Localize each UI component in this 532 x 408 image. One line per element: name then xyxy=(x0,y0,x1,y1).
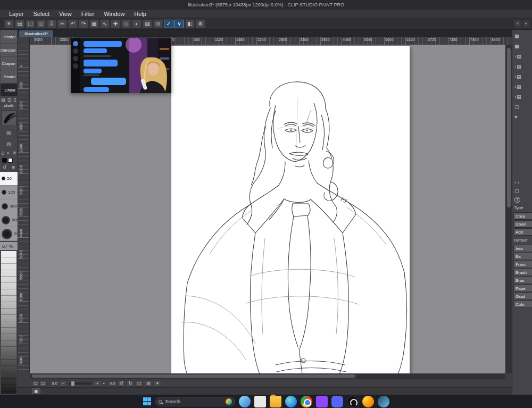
tone-icon[interactable]: ◐ xyxy=(132,20,142,28)
opacity-value[interactable]: 67 % xyxy=(0,242,18,250)
canvas-document[interactable]: F.y xyxy=(171,46,410,373)
nav-icon[interactable]: ↺ xyxy=(118,380,125,387)
twitch-icon[interactable] xyxy=(316,396,328,407)
mini-icon[interactable]: ◐ xyxy=(7,151,10,155)
horizontal-scrollbar-thumb[interactable] xyxy=(32,374,355,378)
material-button[interactable]: Down xyxy=(513,220,532,228)
zoom-in-button[interactable]: + xyxy=(94,380,101,387)
material-button[interactable]: Crea xyxy=(513,212,532,220)
edge-icon[interactable] xyxy=(285,396,297,407)
brush-dial[interactable]: ◎ xyxy=(0,127,18,138)
swatch-icon[interactable]: ▢ xyxy=(514,188,519,194)
mini-icon[interactable]: ⊞ xyxy=(12,151,16,155)
select-rect-icon[interactable]: ▦ xyxy=(89,20,99,28)
material-button[interactable]: Brush xyxy=(513,269,532,276)
shape-icon[interactable]: ◇ xyxy=(121,20,131,28)
sub-tool-item[interactable]: Pastel xyxy=(1,70,17,83)
collapse-panel-icon[interactable]: « xyxy=(522,20,530,28)
palette-icon[interactable]: ▩ xyxy=(512,41,532,51)
discord-icon[interactable] xyxy=(331,396,343,407)
mini-icon[interactable]: ▯ xyxy=(2,151,4,155)
lasso-icon[interactable]: ∿ xyxy=(100,20,110,28)
sub-tool-item[interactable]: Crayon xyxy=(1,57,17,70)
main-color-chip[interactable] xyxy=(2,158,7,163)
menu-item[interactable]: Select xyxy=(29,10,55,18)
palette-icon[interactable]: ›▤ xyxy=(512,71,532,81)
palette-icon[interactable]: ♥ xyxy=(512,112,532,122)
file-explorer-icon[interactable] xyxy=(270,396,281,407)
material-button[interactable]: Colo xyxy=(513,301,532,308)
cut-icon[interactable]: ✂ xyxy=(57,20,67,28)
vertical-scrollbar-thumb[interactable] xyxy=(507,48,511,207)
material-button[interactable]: Ba xyxy=(513,253,532,260)
pager-right-icon[interactable]: › xyxy=(518,180,519,185)
main-menu-icon[interactable]: ≡ xyxy=(4,20,14,28)
sub-tool-item[interactable]: Pastel xyxy=(1,30,17,43)
palette-icon[interactable]: ›▤ xyxy=(512,61,532,71)
copilot-icon[interactable] xyxy=(239,396,251,407)
nav-icon[interactable]: ↻ xyxy=(127,380,134,387)
steam-icon[interactable] xyxy=(378,396,389,407)
palette-dock-icon[interactable]: ▤ xyxy=(15,20,24,28)
material-button[interactable]: Add xyxy=(513,228,532,236)
brush-size-item[interactable]: 300 xyxy=(0,199,18,213)
material-button[interactable]: Brus xyxy=(513,277,532,284)
curve-tool-icon[interactable]: ∨ xyxy=(174,20,184,28)
menu-item[interactable]: Filter xyxy=(77,10,99,18)
brush-size-item[interactable]: 800 xyxy=(0,213,18,227)
sub-color-chip[interactable] xyxy=(8,158,13,163)
palette-icon[interactable]: ›▤ xyxy=(512,81,532,91)
zoom-icon[interactable]: ⊙ xyxy=(153,20,163,28)
material-button[interactable]: Fram xyxy=(513,261,532,268)
move-icon[interactable]: ✚ xyxy=(111,20,120,28)
obs-icon[interactable] xyxy=(347,396,359,407)
gradient-icon[interactable]: ▨ xyxy=(143,20,152,28)
stroke-tool-icon[interactable]: ✓ xyxy=(164,20,173,28)
firefox-icon[interactable] xyxy=(362,396,374,407)
palette-icon[interactable]: ›▤ xyxy=(512,51,532,61)
document-tab[interactable]: Illustration3* xyxy=(19,30,53,37)
undo-icon[interactable]: ↶ xyxy=(68,20,78,28)
brush-size-item[interactable]: 50 xyxy=(0,172,18,186)
zoom-out-button[interactable]: − xyxy=(60,380,67,387)
menu-item[interactable]: Layer xyxy=(4,10,29,18)
chrome-icon[interactable] xyxy=(301,396,312,407)
canvas-area[interactable]: F.y xyxy=(30,45,505,373)
search-box[interactable]: Search xyxy=(155,397,235,406)
mini-icon[interactable]: ⊕ xyxy=(11,165,15,170)
nav-icon[interactable]: ⊞ xyxy=(145,380,152,387)
brush-dial[interactable]: ◎ xyxy=(0,138,18,149)
material-button[interactable]: Grad xyxy=(513,293,532,300)
menu-item[interactable]: View xyxy=(54,10,77,18)
nav-icon[interactable]: ▢ xyxy=(136,380,143,387)
vertical-scrollbar[interactable] xyxy=(505,45,512,373)
palette-icon[interactable]: ▢ xyxy=(512,102,532,112)
horizontal-scrollbar[interactable] xyxy=(30,373,505,379)
redo-icon[interactable]: ↷ xyxy=(79,20,88,28)
save-icon[interactable]: ⇩ xyxy=(47,20,56,28)
palette-icon[interactable]: ▦ xyxy=(512,31,532,41)
start-button[interactable] xyxy=(143,397,152,406)
sub-tool-item[interactable]: Charcoal xyxy=(1,44,17,56)
settings-icon[interactable]: ⚙ xyxy=(196,20,205,28)
pager-left-icon[interactable]: ‹ xyxy=(514,180,516,185)
menu-item[interactable]: Window xyxy=(99,10,129,18)
fit-icon[interactable]: ▪ xyxy=(103,381,105,386)
mini-icon[interactable]: ◫ xyxy=(7,97,12,102)
palette-icon[interactable]: ›▤ xyxy=(512,91,532,102)
nav-icon[interactable]: ✦ xyxy=(154,380,161,387)
tone-gradient-strip[interactable] xyxy=(1,251,16,394)
stream-overlay-window[interactable] xyxy=(71,38,171,93)
zoom-slider[interactable] xyxy=(69,382,92,385)
brush-size-item[interactable]: 120 xyxy=(0,186,18,199)
nav-icon[interactable]: ▭ xyxy=(32,380,39,387)
timeline-icon[interactable]: ▣ xyxy=(32,388,40,394)
new-file-icon[interactable]: ▢ xyxy=(26,20,35,28)
notepad-icon[interactable] xyxy=(254,396,266,407)
mini-icon[interactable]: ▯ xyxy=(14,97,16,102)
material-button[interactable]: Ima xyxy=(513,245,532,252)
open-file-icon[interactable]: ◫ xyxy=(36,20,46,28)
mini-icon[interactable]: ↺ xyxy=(3,165,6,170)
brush-size-item[interactable]: 2000 xyxy=(0,227,18,241)
menu-item[interactable]: Help xyxy=(129,10,151,18)
